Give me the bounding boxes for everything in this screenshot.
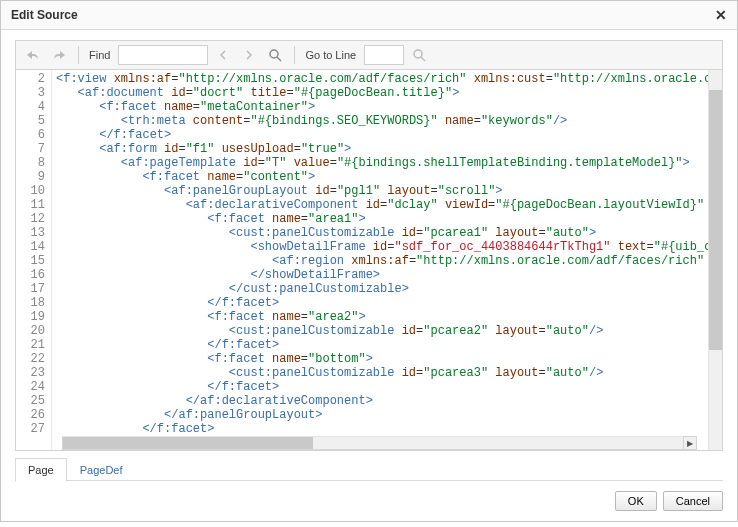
tab-pagedef[interactable]: PageDef <box>67 458 136 482</box>
line-number: 11 <box>16 198 51 212</box>
line-number: 21 <box>16 338 51 352</box>
titlebar: Edit Source ✕ <box>1 1 737 30</box>
line-number: 13 <box>16 226 51 240</box>
line-number: 2 <box>16 72 51 86</box>
find-prev-icon[interactable] <box>212 45 234 65</box>
edit-source-dialog: Edit Source ✕ Find <box>0 0 738 522</box>
goto-icon[interactable] <box>408 45 430 65</box>
tab-page[interactable]: Page <box>15 458 67 482</box>
line-number: 24 <box>16 380 51 394</box>
ok-button[interactable]: OK <box>615 491 657 511</box>
line-number: 8 <box>16 156 51 170</box>
line-number: 4 <box>16 100 51 114</box>
line-number: 5 <box>16 114 51 128</box>
tabs: Page PageDef <box>15 457 723 481</box>
line-number: 9 <box>16 170 51 184</box>
find-next-icon[interactable] <box>238 45 260 65</box>
line-number: 7 <box>16 142 51 156</box>
scroll-right-icon[interactable]: ▶ <box>683 436 697 450</box>
footer: OK Cancel <box>1 481 737 521</box>
line-number: 26 <box>16 408 51 422</box>
line-number: 23 <box>16 366 51 380</box>
undo-icon[interactable] <box>22 45 44 65</box>
line-number: 25 <box>16 394 51 408</box>
line-number: 15 <box>16 254 51 268</box>
line-number: 16 <box>16 268 51 282</box>
separator <box>294 46 295 64</box>
dialog-title: Edit Source <box>11 8 78 22</box>
redo-icon[interactable] <box>48 45 70 65</box>
content: Find Go to Line 2345678910 <box>1 30 737 481</box>
line-number: 18 <box>16 296 51 310</box>
scrollbar-thumb[interactable] <box>63 437 313 449</box>
line-number: 27 <box>16 422 51 436</box>
find-input[interactable] <box>118 45 208 65</box>
close-icon[interactable]: ✕ <box>715 7 727 23</box>
toolbar: Find Go to Line <box>16 41 722 70</box>
line-number: 12 <box>16 212 51 226</box>
search-icon[interactable] <box>264 45 286 65</box>
cancel-button[interactable]: Cancel <box>663 491 723 511</box>
editor: Find Go to Line 2345678910 <box>15 40 723 451</box>
svg-line-3 <box>421 57 425 61</box>
goto-input[interactable] <box>364 45 404 65</box>
editor-body[interactable]: 2345678910111213141516171819202122232425… <box>16 70 722 450</box>
code-area[interactable]: <f:view xmlns:af="http://xmlns.oracle.co… <box>52 70 708 436</box>
goto-label: Go to Line <box>305 49 356 61</box>
line-number: 19 <box>16 310 51 324</box>
scrollbar-thumb[interactable] <box>709 90 722 350</box>
vertical-scrollbar[interactable] <box>708 70 722 450</box>
line-number: 6 <box>16 128 51 142</box>
line-number: 3 <box>16 86 51 100</box>
svg-line-1 <box>277 57 281 61</box>
line-number: 20 <box>16 324 51 338</box>
svg-point-0 <box>270 50 278 58</box>
horizontal-scrollbar[interactable]: ▶ <box>62 436 684 450</box>
line-number: 10 <box>16 184 51 198</box>
line-number: 22 <box>16 352 51 366</box>
line-gutter: 2345678910111213141516171819202122232425… <box>16 70 52 450</box>
find-label: Find <box>89 49 110 61</box>
svg-point-2 <box>414 50 422 58</box>
line-number: 17 <box>16 282 51 296</box>
separator <box>78 46 79 64</box>
line-number: 14 <box>16 240 51 254</box>
